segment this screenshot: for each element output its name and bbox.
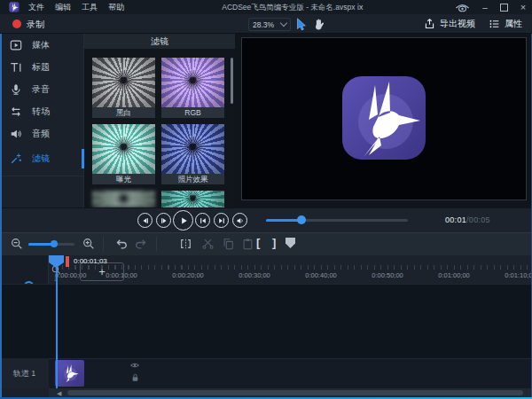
sidebar-item-record-audio[interactable]: 录音 bbox=[0, 79, 84, 100]
titlebar: 文件 编辑 工具 帮助 ACDSee飞鸟简编专业版 - 未命名.avspx ⅸ … bbox=[0, 0, 532, 14]
play-button[interactable] bbox=[173, 210, 193, 231]
volume-button[interactable] bbox=[232, 213, 247, 228]
sidebar-item-transitions[interactable]: 转场 bbox=[0, 101, 84, 122]
transition-icon bbox=[10, 106, 22, 118]
pointer-tool-button[interactable] bbox=[295, 18, 307, 31]
sidebar-item-label: 媒体 bbox=[32, 39, 50, 51]
track-label: 轨道 1 bbox=[13, 368, 36, 379]
mark-in-button[interactable]: [ bbox=[256, 236, 260, 249]
seek-slider-fill bbox=[266, 219, 301, 222]
filter-card-partial-1[interactable] bbox=[92, 191, 155, 207]
ruler-label: 0:00:40;00 bbox=[305, 271, 336, 279]
filter-thumbnail bbox=[161, 124, 224, 174]
menu-edit[interactable]: 编辑 bbox=[50, 0, 76, 14]
ruler-label: 0:01:10;00 bbox=[505, 271, 532, 279]
clip-thumbnail bbox=[59, 363, 81, 384]
toolbar-separator bbox=[103, 237, 104, 251]
timeline-zoom-slider-fill bbox=[28, 243, 53, 246]
filter-card-photo-effect[interactable]: 照片效果 bbox=[161, 124, 224, 184]
filter-thumbnail bbox=[161, 58, 224, 107]
ruler-label: 0:00:50;00 bbox=[372, 271, 403, 279]
menu-help[interactable]: 帮助 bbox=[103, 0, 129, 14]
maximize-button[interactable] bbox=[497, 1, 510, 13]
preview-zoom-select[interactable]: 28.3% bbox=[248, 18, 291, 31]
filter-thumbnail bbox=[92, 124, 155, 174]
scroll-left-arrow[interactable]: ◀ bbox=[57, 389, 61, 397]
filter-label: 黑白 bbox=[92, 107, 155, 118]
sidebar-item-audio[interactable]: 音频 bbox=[0, 123, 84, 145]
play-icon bbox=[178, 215, 189, 226]
acdsee-eye-logo-icon bbox=[455, 3, 470, 12]
undo-button[interactable] bbox=[115, 238, 129, 250]
export-video-button[interactable]: 导出视频 bbox=[424, 18, 475, 30]
step-forward-button[interactable] bbox=[156, 213, 171, 228]
window-title: ACDSee飞鸟简编专业版 - 未命名.avspx ⅸ bbox=[204, 0, 381, 14]
close-button[interactable]: × bbox=[517, 1, 529, 13]
record-button[interactable]: 录制 bbox=[27, 19, 44, 31]
menu-tools[interactable]: 工具 bbox=[76, 0, 103, 14]
split-clip-button[interactable] bbox=[179, 238, 192, 250]
copy-button[interactable] bbox=[222, 238, 235, 250]
timecode-total: /00:05 bbox=[466, 215, 490, 224]
filter-card-partial-2[interactable] bbox=[161, 191, 224, 207]
sidebar-item-label: 转场 bbox=[32, 106, 50, 118]
sidebar-item-media[interactable]: 媒体 bbox=[0, 35, 84, 56]
export-video-label: 导出视频 bbox=[440, 18, 475, 30]
playhead-time-label: 0:00:01;03 bbox=[74, 257, 107, 265]
timeline-zoom-slider-handle[interactable] bbox=[51, 240, 58, 247]
window-edge-left bbox=[0, 34, 2, 397]
sidebar-item-label: 标题 bbox=[32, 61, 50, 74]
sidebar-item-label: 滤镜 bbox=[32, 153, 50, 165]
go-to-start-icon bbox=[199, 216, 207, 225]
playhead-red-marker bbox=[66, 256, 69, 267]
scissors-cut-button[interactable] bbox=[201, 238, 215, 250]
filter-card-bw[interactable]: 黑白 bbox=[92, 58, 155, 118]
step-back-button[interactable] bbox=[137, 213, 153, 228]
redo-button[interactable] bbox=[134, 238, 147, 250]
properties-button[interactable]: 属性 bbox=[489, 18, 522, 30]
zoom-out-button[interactable] bbox=[11, 238, 23, 250]
paste-button[interactable] bbox=[241, 238, 254, 250]
go-to-end-icon bbox=[217, 216, 226, 225]
menu-file[interactable]: 文件 bbox=[23, 0, 50, 14]
volume-icon bbox=[236, 216, 245, 225]
go-to-start-button[interactable] bbox=[195, 213, 210, 228]
horizontal-scrollbar-thumb[interactable] bbox=[67, 390, 523, 395]
track-visibility-eye-icon[interactable] bbox=[130, 362, 139, 369]
seek-slider-handle[interactable] bbox=[297, 215, 306, 224]
audio-speaker-icon bbox=[10, 128, 22, 140]
filter-panel-scrollbar[interactable] bbox=[231, 58, 233, 104]
hummingbird-logo bbox=[340, 74, 428, 162]
step-back-icon bbox=[141, 216, 150, 225]
filter-card-exposure[interactable]: 曝光 bbox=[92, 124, 155, 184]
add-track-button[interactable]: + bbox=[80, 262, 124, 281]
sidebar-item-filters[interactable]: 滤镜 bbox=[0, 148, 84, 169]
zoom-in-button[interactable] bbox=[82, 238, 95, 250]
minimize-button[interactable]: – bbox=[479, 1, 491, 13]
go-to-end-button[interactable] bbox=[214, 213, 229, 228]
hand-tool-button[interactable] bbox=[312, 18, 325, 31]
microphone-icon bbox=[10, 83, 22, 96]
mark-out-button[interactable]: ] bbox=[272, 236, 276, 249]
timecode: 00:01/00:05 bbox=[445, 215, 490, 224]
ruler-label: 0:00:20;00 bbox=[172, 271, 203, 279]
sidebar-item-title[interactable]: 标题 bbox=[0, 57, 84, 78]
sidebar-divider bbox=[0, 176, 84, 176]
filter-card-rgb[interactable]: RGB bbox=[161, 58, 224, 118]
app-logo-icon bbox=[9, 2, 20, 12]
filter-label: 曝光 bbox=[92, 174, 155, 184]
timecode-current: 00:01 bbox=[445, 215, 466, 224]
ruler-label: 0:00:30;00 bbox=[239, 271, 270, 279]
toolbar-separator bbox=[156, 237, 157, 251]
properties-list-icon bbox=[489, 18, 500, 30]
track-header: 轨道 1 bbox=[0, 358, 49, 388]
title-icon bbox=[10, 61, 22, 74]
timeline-toolbar bbox=[0, 232, 532, 255]
timeline-clip[interactable] bbox=[55, 360, 84, 387]
track-lock-icon[interactable] bbox=[131, 373, 139, 382]
chevron-down-icon bbox=[280, 20, 287, 27]
sidebar-item-label: 录音 bbox=[32, 83, 50, 96]
app-window: 文件 编辑 工具 帮助 ACDSee飞鸟简编专业版 - 未命名.avspx ⅸ … bbox=[0, 0, 532, 399]
export-icon bbox=[424, 18, 435, 30]
filter-label: RGB bbox=[161, 107, 224, 118]
